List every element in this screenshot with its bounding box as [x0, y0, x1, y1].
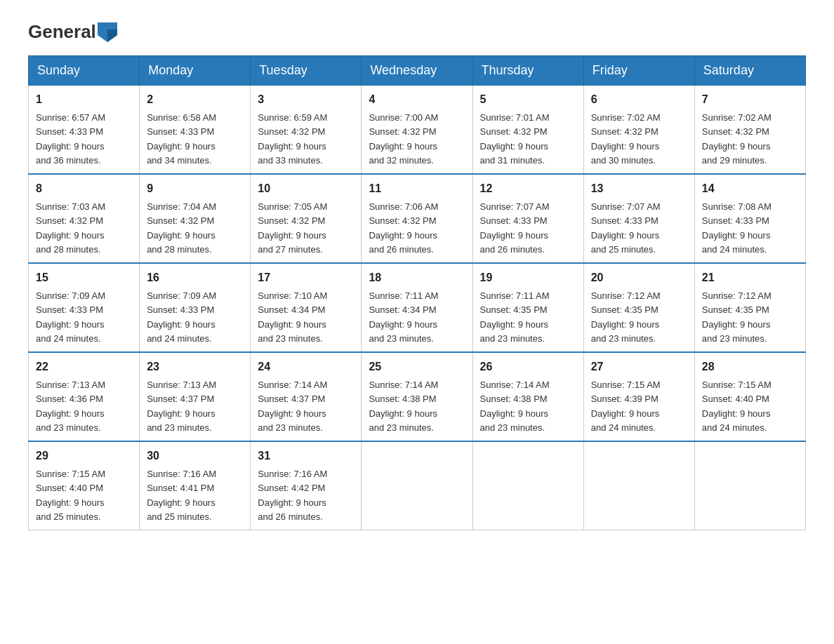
calendar-cell: 5 Sunrise: 7:01 AMSunset: 4:32 PMDayligh…: [472, 86, 583, 175]
calendar-cell: 31 Sunrise: 7:16 AMSunset: 4:42 PMDaylig…: [251, 441, 362, 530]
day-info: Sunrise: 7:14 AMSunset: 4:37 PMDaylight:…: [258, 380, 327, 433]
calendar-cell: 4 Sunrise: 7:00 AMSunset: 4:32 PMDayligh…: [362, 86, 472, 175]
calendar-cell: [583, 441, 694, 530]
calendar-cell: 12 Sunrise: 7:07 AMSunset: 4:33 PMDaylig…: [472, 174, 583, 263]
day-number: 29: [36, 448, 132, 464]
calendar-cell: 13 Sunrise: 7:07 AMSunset: 4:33 PMDaylig…: [583, 174, 694, 263]
page-header: General: [28, 21, 806, 41]
day-number: 30: [147, 448, 243, 464]
day-info: Sunrise: 7:12 AMSunset: 4:35 PMDaylight:…: [702, 290, 772, 344]
day-info: Sunrise: 6:58 AMSunset: 4:33 PMDaylight:…: [147, 112, 216, 166]
calendar-cell: 7 Sunrise: 7:02 AMSunset: 4:32 PMDayligh…: [694, 86, 805, 175]
calendar-header-row: SundayMondayTuesdayWednesdayThursdayFrid…: [29, 56, 806, 86]
calendar-cell: 9 Sunrise: 7:04 AMSunset: 4:32 PMDayligh…: [140, 174, 251, 263]
calendar-cell: 19 Sunrise: 7:11 AMSunset: 4:35 PMDaylig…: [472, 263, 583, 352]
day-number: 26: [480, 358, 576, 375]
day-info: Sunrise: 7:14 AMSunset: 4:38 PMDaylight:…: [369, 380, 438, 433]
day-number: 6: [591, 91, 687, 108]
day-number: 9: [147, 180, 243, 197]
day-number: 16: [147, 269, 243, 286]
calendar-cell: 1 Sunrise: 6:57 AMSunset: 4:33 PMDayligh…: [29, 86, 140, 175]
calendar-cell: 24 Sunrise: 7:14 AMSunset: 4:37 PMDaylig…: [251, 352, 362, 441]
calendar-week-row: 15 Sunrise: 7:09 AMSunset: 4:33 PMDaylig…: [29, 263, 806, 352]
calendar-cell: 3 Sunrise: 6:59 AMSunset: 4:32 PMDayligh…: [251, 86, 362, 175]
day-number: 3: [258, 91, 354, 108]
calendar-cell: 27 Sunrise: 7:15 AMSunset: 4:39 PMDaylig…: [583, 352, 694, 441]
day-info: Sunrise: 7:15 AMSunset: 4:40 PMDaylight:…: [36, 469, 105, 522]
calendar-cell: [362, 441, 472, 530]
day-number: 18: [369, 269, 465, 286]
day-header-saturday: Saturday: [694, 56, 805, 86]
calendar-cell: 29 Sunrise: 7:15 AMSunset: 4:40 PMDaylig…: [29, 441, 140, 530]
day-info: Sunrise: 6:57 AMSunset: 4:33 PMDaylight:…: [36, 112, 105, 166]
day-number: 28: [702, 358, 798, 375]
calendar-cell: [694, 441, 805, 530]
calendar-cell: 25 Sunrise: 7:14 AMSunset: 4:38 PMDaylig…: [362, 352, 472, 441]
day-info: Sunrise: 7:13 AMSunset: 4:36 PMDaylight:…: [36, 380, 105, 433]
day-number: 20: [591, 269, 687, 286]
day-info: Sunrise: 7:11 AMSunset: 4:35 PMDaylight:…: [480, 290, 550, 344]
calendar-cell: 2 Sunrise: 6:58 AMSunset: 4:33 PMDayligh…: [140, 86, 251, 175]
day-info: Sunrise: 7:14 AMSunset: 4:38 PMDaylight:…: [480, 380, 550, 433]
day-info: Sunrise: 7:07 AMSunset: 4:33 PMDaylight:…: [591, 201, 661, 255]
calendar-cell: 21 Sunrise: 7:12 AMSunset: 4:35 PMDaylig…: [694, 263, 805, 352]
calendar-week-row: 8 Sunrise: 7:03 AMSunset: 4:32 PMDayligh…: [29, 174, 806, 263]
logo: General: [28, 21, 119, 41]
day-number: 27: [591, 358, 687, 375]
day-number: 17: [258, 269, 354, 286]
day-number: 14: [702, 180, 798, 197]
day-number: 21: [702, 269, 798, 286]
day-info: Sunrise: 7:02 AMSunset: 4:32 PMDaylight:…: [591, 112, 661, 166]
day-info: Sunrise: 7:15 AMSunset: 4:40 PMDaylight:…: [702, 380, 772, 433]
day-info: Sunrise: 7:07 AMSunset: 4:33 PMDaylight:…: [480, 201, 550, 255]
day-number: 7: [702, 91, 798, 108]
day-info: Sunrise: 7:16 AMSunset: 4:42 PMDaylight:…: [258, 469, 327, 522]
day-number: 8: [36, 180, 132, 197]
day-header-wednesday: Wednesday: [362, 56, 472, 86]
calendar-cell: 16 Sunrise: 7:09 AMSunset: 4:33 PMDaylig…: [140, 263, 251, 352]
calendar-cell: 30 Sunrise: 7:16 AMSunset: 4:41 PMDaylig…: [140, 441, 251, 530]
day-number: 2: [147, 91, 243, 108]
calendar-week-row: 29 Sunrise: 7:15 AMSunset: 4:40 PMDaylig…: [29, 441, 806, 530]
day-header-friday: Friday: [583, 56, 694, 86]
logo-general-text: General: [28, 21, 96, 43]
calendar-cell: 18 Sunrise: 7:11 AMSunset: 4:34 PMDaylig…: [362, 263, 472, 352]
calendar-cell: 20 Sunrise: 7:12 AMSunset: 4:35 PMDaylig…: [583, 263, 694, 352]
day-header-thursday: Thursday: [472, 56, 583, 86]
day-info: Sunrise: 7:08 AMSunset: 4:33 PMDaylight:…: [702, 201, 772, 255]
day-info: Sunrise: 7:12 AMSunset: 4:35 PMDaylight:…: [591, 290, 661, 344]
calendar-cell: 28 Sunrise: 7:15 AMSunset: 4:40 PMDaylig…: [694, 352, 805, 441]
day-number: 10: [258, 180, 354, 197]
day-number: 19: [480, 269, 576, 286]
day-info: Sunrise: 7:02 AMSunset: 4:32 PMDaylight:…: [702, 112, 772, 166]
day-info: Sunrise: 7:01 AMSunset: 4:32 PMDaylight:…: [480, 112, 550, 166]
day-number: 24: [258, 358, 354, 375]
day-header-monday: Monday: [140, 56, 251, 86]
calendar-cell: 6 Sunrise: 7:02 AMSunset: 4:32 PMDayligh…: [583, 86, 694, 175]
day-number: 31: [258, 448, 354, 464]
day-info: Sunrise: 7:04 AMSunset: 4:32 PMDaylight:…: [147, 201, 216, 255]
calendar-cell: 26 Sunrise: 7:14 AMSunset: 4:38 PMDaylig…: [472, 352, 583, 441]
logo-text: General: [28, 21, 119, 43]
day-number: 11: [369, 180, 465, 197]
day-info: Sunrise: 7:10 AMSunset: 4:34 PMDaylight:…: [258, 290, 327, 344]
day-number: 23: [147, 358, 243, 375]
day-info: Sunrise: 7:11 AMSunset: 4:34 PMDaylight:…: [369, 290, 438, 344]
day-number: 1: [36, 91, 132, 108]
day-number: 13: [591, 180, 687, 197]
day-number: 12: [480, 180, 576, 197]
calendar-cell: 10 Sunrise: 7:05 AMSunset: 4:32 PMDaylig…: [251, 174, 362, 263]
day-number: 4: [369, 91, 465, 108]
calendar-cell: 17 Sunrise: 7:10 AMSunset: 4:34 PMDaylig…: [251, 263, 362, 352]
day-number: 22: [36, 358, 132, 375]
day-number: 15: [36, 269, 132, 286]
day-number: 25: [369, 358, 465, 375]
day-header-sunday: Sunday: [29, 56, 140, 86]
calendar-table: SundayMondayTuesdayWednesdayThursdayFrid…: [28, 55, 806, 530]
calendar-cell: 8 Sunrise: 7:03 AMSunset: 4:32 PMDayligh…: [29, 174, 140, 263]
calendar-cell: 11 Sunrise: 7:06 AMSunset: 4:32 PMDaylig…: [362, 174, 472, 263]
day-info: Sunrise: 7:16 AMSunset: 4:41 PMDaylight:…: [147, 469, 216, 522]
day-number: 5: [480, 91, 576, 108]
day-info: Sunrise: 7:13 AMSunset: 4:37 PMDaylight:…: [147, 380, 216, 433]
day-info: Sunrise: 7:00 AMSunset: 4:32 PMDaylight:…: [369, 112, 438, 166]
